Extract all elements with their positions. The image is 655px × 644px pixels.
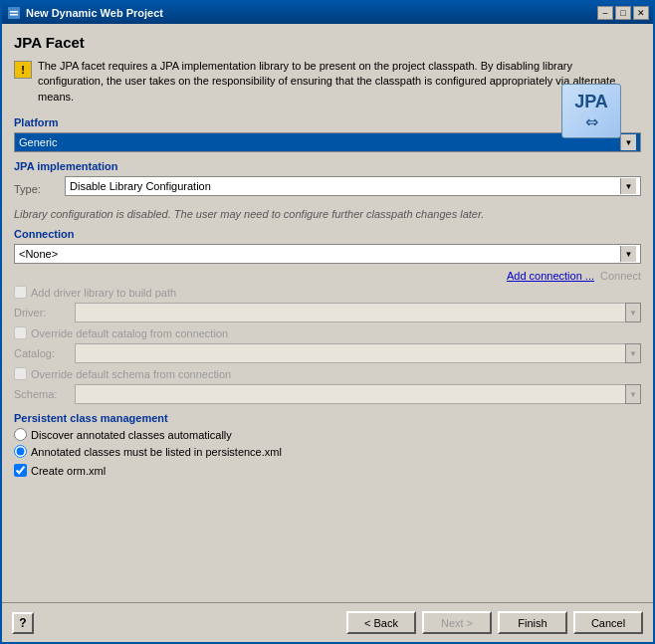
cancel-button[interactable]: Cancel (573, 611, 643, 634)
type-value: Disable Library Configuration (70, 180, 211, 192)
create-orm-checkbox[interactable] (14, 464, 27, 477)
window-icon (6, 5, 22, 21)
platform-section-label: Platform (14, 116, 641, 128)
catalog-input (75, 343, 625, 363)
radio-listed[interactable] (14, 445, 27, 458)
override-catalog-checkbox (14, 326, 27, 339)
catalog-field-row: Catalog: ▼ (14, 343, 641, 363)
create-orm-label: Create orm.xml (31, 465, 106, 477)
finish-button[interactable]: Finish (498, 611, 567, 634)
driver-library-label: Add driver library to build path (31, 287, 176, 299)
connection-value: <None> (19, 248, 58, 260)
help-button[interactable]: ? (12, 612, 34, 634)
driver-input (75, 303, 625, 322)
schema-input (75, 384, 625, 404)
content-wrapper: JPA ⇔ JPA Facet ! The JPA facet requires… (14, 34, 641, 477)
schema-input-wrapper: ▼ (75, 384, 641, 404)
override-catalog-label: Override default catalog from connection (31, 327, 228, 339)
connection-links: Add connection ... Connect (14, 270, 641, 282)
connection-section-label: Connection (14, 228, 641, 240)
nav-buttons: < Back Next > Finish Cancel (346, 611, 643, 634)
jpa-impl-section-label: JPA implementation (14, 160, 641, 172)
radio-row-2: Annotated classes must be listed in pers… (14, 445, 641, 458)
radio-listed-label: Annotated classes must be listed in pers… (31, 446, 282, 458)
content-area: JPA ⇔ JPA Facet ! The JPA facet requires… (2, 24, 653, 602)
page-title: JPA Facet (14, 34, 641, 51)
schema-dropdown-btn: ▼ (625, 384, 641, 404)
type-label: Type: (14, 183, 59, 195)
maximize-button[interactable]: □ (615, 6, 631, 20)
persistent-class-label: Persistent class management (14, 412, 641, 424)
radio-row-1: Discover annotated classes automatically (14, 428, 641, 441)
next-button[interactable]: Next > (422, 611, 492, 634)
svg-rect-2 (10, 14, 18, 16)
svg-rect-0 (8, 7, 20, 19)
override-schema-row: Override default schema from connection (14, 367, 641, 380)
minimize-button[interactable]: – (597, 6, 613, 20)
main-window: New Dynamic Web Project – □ ✕ JPA ⇔ JPA … (0, 0, 655, 644)
catalog-dropdown-btn: ▼ (625, 343, 641, 363)
jpa-logo-arrows: ⇔ (585, 112, 598, 131)
type-dropdown-arrow: ▼ (620, 178, 636, 194)
impl-info-message: Library configuration is disabled. The u… (14, 208, 641, 220)
jpa-logo-text: JPA (574, 92, 608, 112)
back-button[interactable]: < Back (346, 611, 416, 634)
schema-label: Schema: (14, 388, 69, 400)
driver-field-row: Driver: ▼ (14, 303, 641, 322)
override-schema-label: Override default schema from connection (31, 368, 231, 380)
add-connection-link[interactable]: Add connection ... (507, 270, 594, 282)
info-box: ! The JPA facet requires a JPA implement… (14, 59, 641, 105)
warning-text: The JPA facet requires a JPA implementat… (38, 59, 641, 105)
schema-field-row: Schema: ▼ (14, 384, 641, 404)
platform-dropdown-arrow: ▼ (620, 134, 636, 150)
override-catalog-row: Override default catalog from connection (14, 326, 641, 339)
jpa-logo: JPA ⇔ (561, 84, 621, 138)
connection-dropdown-arrow: ▼ (620, 246, 636, 262)
driver-input-wrapper: ▼ (75, 303, 641, 322)
driver-dropdown-btn: ▼ (625, 303, 641, 322)
button-bar: ? < Back Next > Finish Cancel (2, 602, 653, 642)
driver-library-checkbox[interactable] (14, 286, 27, 299)
platform-value: Generic (19, 136, 58, 148)
driver-library-row: Add driver library to build path (14, 286, 641, 299)
radio-discover-label: Discover annotated classes automatically (31, 429, 232, 441)
platform-dropdown[interactable]: Generic ▼ (14, 132, 641, 152)
close-button[interactable]: ✕ (633, 6, 649, 20)
connection-dropdown[interactable]: <None> ▼ (14, 244, 641, 264)
svg-rect-1 (10, 11, 18, 13)
create-orm-row: Create orm.xml (14, 464, 641, 477)
window-title: New Dynamic Web Project (26, 7, 597, 19)
catalog-input-wrapper: ▼ (75, 343, 641, 363)
radio-discover[interactable] (14, 428, 27, 441)
title-bar: New Dynamic Web Project – □ ✕ (2, 2, 653, 24)
warning-icon: ! (14, 61, 32, 79)
catalog-label: Catalog: (14, 347, 69, 359)
type-row: Type: Disable Library Configuration ▼ (14, 176, 641, 202)
connect-link: Connect (600, 270, 641, 282)
driver-label: Driver: (14, 307, 69, 319)
type-dropdown[interactable]: Disable Library Configuration ▼ (65, 176, 641, 196)
override-schema-checkbox (14, 367, 27, 380)
window-controls: – □ ✕ (597, 6, 649, 20)
